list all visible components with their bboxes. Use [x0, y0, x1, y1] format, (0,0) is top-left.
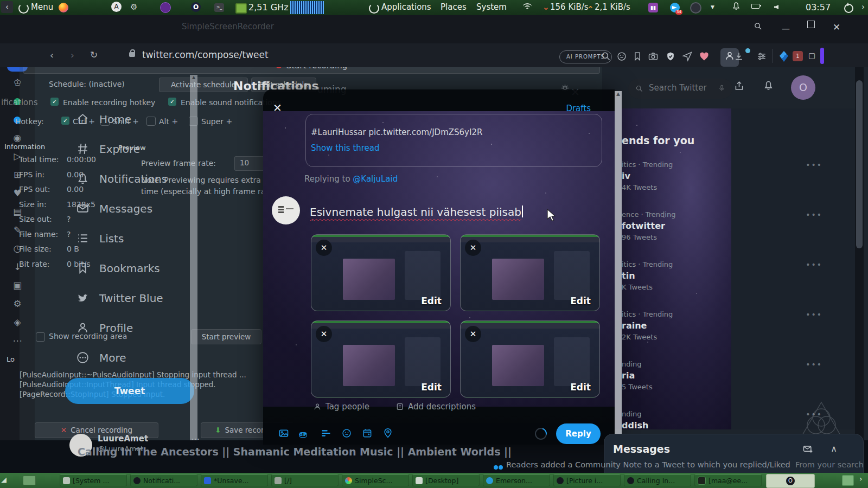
- shield-check-icon[interactable]: [665, 51, 677, 63]
- notifications-bell-icon[interactable]: [731, 1, 741, 13]
- drafts-link[interactable]: Drafts: [566, 104, 591, 113]
- taskbar-window-button[interactable]: Emerson...: [483, 474, 550, 486]
- dialog-close-icon[interactable]: ✕: [273, 101, 282, 114]
- heart-icon[interactable]: [699, 51, 711, 63]
- trend-more-icon[interactable]: •••: [806, 360, 822, 369]
- edit-image-button[interactable]: Edit: [570, 296, 591, 306]
- tune-icon[interactable]: [756, 51, 768, 63]
- panel-collapse-left-icon[interactable]: ‹: [1, 1, 13, 13]
- tor-icon[interactable]: [160, 2, 171, 13]
- expand-drawer-icon[interactable]: ∧: [831, 444, 837, 454]
- firefox-icon[interactable]: [59, 3, 68, 12]
- taskbar-expand-icon[interactable]: ›: [859, 474, 863, 483]
- sidebar-nav-item[interactable]: Home: [76, 104, 167, 134]
- bookmark-page-icon[interactable]: [632, 51, 644, 63]
- trend-more-icon[interactable]: •••: [806, 210, 822, 219]
- remove-image-icon[interactable]: ✕: [465, 240, 481, 256]
- bell-icon[interactable]: [763, 80, 774, 93]
- gif-icon[interactable]: GIF: [299, 428, 311, 440]
- search-app-icon[interactable]: A: [111, 2, 122, 12]
- back-icon[interactable]: ‹: [50, 50, 54, 61]
- trend-more-icon[interactable]: •••: [806, 310, 822, 319]
- audio-app-tray-icon[interactable]: ▮▮: [648, 3, 658, 12]
- new-message-icon[interactable]: [802, 444, 813, 457]
- attached-image[interactable]: ✕ Edit: [460, 320, 600, 397]
- speaker-icon[interactable]: [774, 5, 778, 9]
- tweet-text-input[interactable]: Esivnemate hulgast nii vähesest piisab: [310, 206, 543, 219]
- trend-more-icon[interactable]: •••: [806, 260, 822, 269]
- menu-button[interactable]: Menu: [31, 2, 53, 12]
- recording-hotkey-checkbox[interactable]: ✓: [50, 98, 59, 106]
- trend-item[interactable]: itics · Trending raine 2K Tweets •••: [622, 310, 845, 360]
- remove-image-icon[interactable]: ✕: [465, 326, 481, 342]
- mic-icon[interactable]: [718, 84, 726, 94]
- trend-more-icon[interactable]: •••: [806, 160, 822, 169]
- reply-handle-link[interactable]: @KaljuLaid: [353, 174, 398, 184]
- reply-button[interactable]: Reply: [556, 423, 601, 444]
- zoom-icon[interactable]: [601, 51, 612, 63]
- purple-extension-icon[interactable]: [820, 48, 824, 64]
- minimize-button[interactable]: —: [782, 24, 790, 34]
- panel-collapse-right-icon[interactable]: ›: [861, 2, 865, 12]
- system-menu[interactable]: System: [476, 2, 507, 12]
- url-text[interactable]: twitter.com/compose/tweet: [142, 49, 269, 60]
- taskbar-active-window-button[interactable]: O: [766, 474, 815, 488]
- trend-item[interactable]: ence · Trending fotwitter 96 Tweets •••: [622, 210, 845, 260]
- taskbar-corner-icon[interactable]: ◢: [1, 476, 7, 484]
- taskbar-window-button[interactable]: [/]: [271, 474, 339, 486]
- tray-dropdown-icon[interactable]: ▼: [711, 4, 714, 10]
- sidebar-nav-item[interactable]: Profile: [76, 313, 167, 343]
- close-button[interactable]: ✕: [833, 22, 840, 33]
- emoji-icon[interactable]: [341, 428, 353, 440]
- trend-item[interactable]: itics · Trending tin K Tweets •••: [622, 260, 845, 310]
- edit-image-button[interactable]: Edit: [421, 296, 442, 306]
- sidebar-nav-item[interactable]: Bookmarks: [76, 253, 167, 283]
- taskbar-window-button[interactable]: [Desktop]: [412, 474, 480, 486]
- edit-image-button[interactable]: Edit: [421, 382, 442, 393]
- terminal-icon[interactable]: >_: [214, 3, 224, 12]
- taskbar-window-button[interactable]: Notificati...: [130, 474, 197, 486]
- taskbar-window-button[interactable]: Calling In...: [624, 474, 691, 486]
- attached-image[interactable]: ✕ Edit: [460, 234, 600, 311]
- location-icon[interactable]: [382, 428, 394, 440]
- tag-people-button[interactable]: Tag people: [313, 402, 369, 412]
- opera-icon[interactable]: O: [191, 2, 201, 12]
- battery-icon[interactable]: [751, 4, 760, 9]
- ctrl-checkbox[interactable]: ✓: [61, 117, 69, 125]
- sidebar-nav-item[interactable]: More: [76, 343, 167, 373]
- start-preview-button[interactable]: Start preview: [191, 329, 261, 344]
- taskbar-window-button[interactable]: [Picture i...: [553, 474, 621, 486]
- power-icon[interactable]: [844, 4, 853, 13]
- show-recording-area-checkbox[interactable]: [36, 332, 45, 342]
- places-menu[interactable]: Places: [441, 2, 467, 12]
- gears-icon[interactable]: ⚙: [130, 2, 137, 12]
- sidebar-nav-item[interactable]: Lists: [76, 223, 167, 253]
- applications-menu[interactable]: Applications: [381, 2, 431, 12]
- taskbar-window-button[interactable]: [System ...: [60, 474, 127, 486]
- reload-icon[interactable]: ↻: [90, 49, 98, 60]
- share-upload-icon[interactable]: [733, 80, 745, 94]
- wifi-icon[interactable]: [525, 3, 535, 11]
- telegram-tray-icon[interactable]: 34: [670, 3, 680, 12]
- sidebar-nav-item[interactable]: Notifications: [76, 164, 167, 194]
- taskbar-tray-icon[interactable]: [842, 475, 854, 486]
- sidebar-nav-item[interactable]: Twitter Blue: [76, 283, 167, 313]
- show-thread-link[interactable]: Show this thread: [311, 143, 380, 153]
- clock-time[interactable]: 03:57: [806, 2, 831, 12]
- sidebar-nav-item[interactable]: Messages: [76, 194, 167, 223]
- dialog-scrollbar[interactable]: ▲▼: [615, 91, 622, 444]
- add-descriptions-button[interactable]: Add descriptions: [395, 402, 476, 412]
- schedule-icon[interactable]: [362, 428, 374, 440]
- show-desktop-icon[interactable]: [23, 476, 36, 485]
- tab-search-icon[interactable]: [754, 22, 763, 33]
- poll-icon[interactable]: [321, 428, 333, 440]
- taskbar-window-button[interactable]: *Unsave...: [201, 474, 268, 486]
- taskbar-window-button[interactable]: SimpleSc...: [342, 474, 409, 486]
- badge-extension-icon[interactable]: 1: [793, 51, 803, 61]
- sound-notifications-checkbox[interactable]: ✓: [168, 98, 176, 106]
- downloads-icon[interactable]: [733, 51, 745, 63]
- quoted-tweet-card[interactable]: [305, 114, 602, 167]
- attached-image[interactable]: ✕ Edit: [311, 320, 451, 397]
- edit-image-button[interactable]: Edit: [570, 382, 591, 393]
- reader-face-icon[interactable]: [616, 51, 628, 63]
